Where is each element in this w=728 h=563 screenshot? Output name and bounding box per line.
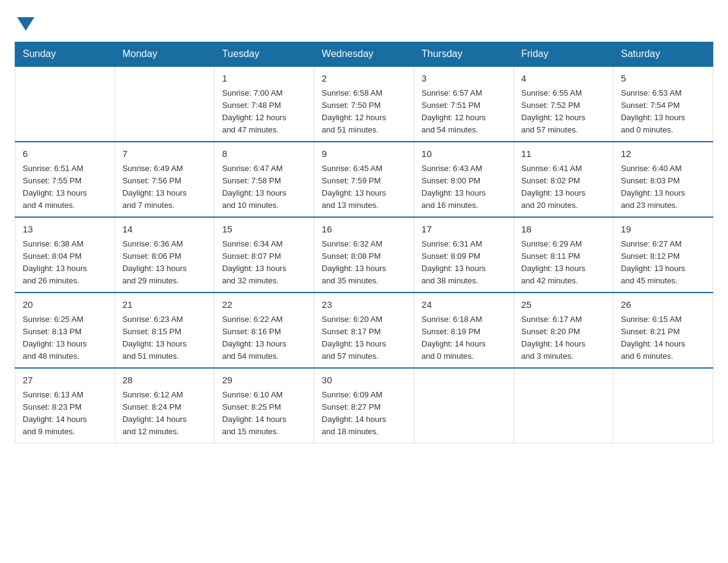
calendar-week-3: 13Sunrise: 6:38 AM Sunset: 8:04 PM Dayli… xyxy=(15,217,713,293)
calendar-cell: 27Sunrise: 6:13 AM Sunset: 8:23 PM Dayli… xyxy=(15,368,115,443)
calendar-week-2: 6Sunrise: 6:51 AM Sunset: 7:55 PM Daylig… xyxy=(15,142,713,217)
day-info: Sunrise: 6:22 AM Sunset: 8:16 PM Dayligh… xyxy=(222,313,306,363)
calendar-cell: 7Sunrise: 6:49 AM Sunset: 7:56 PM Daylig… xyxy=(115,142,214,217)
day-number: 15 xyxy=(222,223,306,237)
day-number: 10 xyxy=(422,147,506,161)
day-number: 4 xyxy=(521,72,606,86)
day-info: Sunrise: 6:43 AM Sunset: 8:00 PM Dayligh… xyxy=(422,163,506,212)
calendar-cell: 6Sunrise: 6:51 AM Sunset: 7:55 PM Daylig… xyxy=(15,142,115,217)
calendar-cell: 11Sunrise: 6:41 AM Sunset: 8:02 PM Dayli… xyxy=(514,142,613,217)
day-info: Sunrise: 6:13 AM Sunset: 8:23 PM Dayligh… xyxy=(23,389,107,439)
calendar-cell: 22Sunrise: 6:22 AM Sunset: 8:16 PM Dayli… xyxy=(214,293,314,368)
weekday-header-wednesday: Wednesday xyxy=(314,42,414,67)
day-info: Sunrise: 6:09 AM Sunset: 8:27 PM Dayligh… xyxy=(322,389,406,439)
day-info: Sunrise: 6:31 AM Sunset: 8:09 PM Dayligh… xyxy=(422,238,506,288)
day-info: Sunrise: 6:58 AM Sunset: 7:50 PM Dayligh… xyxy=(322,87,406,137)
day-number: 19 xyxy=(621,223,705,237)
day-info: Sunrise: 6:10 AM Sunset: 8:25 PM Dayligh… xyxy=(222,389,306,439)
day-info: Sunrise: 6:38 AM Sunset: 8:04 PM Dayligh… xyxy=(23,238,107,288)
calendar-cell: 5Sunrise: 6:53 AM Sunset: 7:54 PM Daylig… xyxy=(613,66,713,142)
day-number: 26 xyxy=(621,298,705,312)
day-info: Sunrise: 6:57 AM Sunset: 7:51 PM Dayligh… xyxy=(422,87,506,137)
day-number: 25 xyxy=(521,298,606,312)
calendar-week-5: 27Sunrise: 6:13 AM Sunset: 8:23 PM Dayli… xyxy=(15,368,713,443)
day-info: Sunrise: 6:12 AM Sunset: 8:24 PM Dayligh… xyxy=(123,389,207,439)
day-info: Sunrise: 6:40 AM Sunset: 8:03 PM Dayligh… xyxy=(621,163,705,212)
calendar-cell: 20Sunrise: 6:25 AM Sunset: 8:13 PM Dayli… xyxy=(15,293,115,368)
day-info: Sunrise: 6:47 AM Sunset: 7:58 PM Dayligh… xyxy=(222,163,306,212)
calendar-cell: 26Sunrise: 6:15 AM Sunset: 8:21 PM Dayli… xyxy=(613,293,713,368)
day-info: Sunrise: 7:00 AM Sunset: 7:48 PM Dayligh… xyxy=(222,87,306,137)
calendar-cell xyxy=(414,368,514,443)
calendar-cell xyxy=(613,368,713,443)
calendar-cell: 16Sunrise: 6:32 AM Sunset: 8:08 PM Dayli… xyxy=(314,217,414,293)
page-header xyxy=(15,15,713,29)
calendar-table: SundayMondayTuesdayWednesdayThursdayFrid… xyxy=(15,42,713,443)
calendar-cell: 19Sunrise: 6:27 AM Sunset: 8:12 PM Dayli… xyxy=(613,217,713,293)
calendar-cell: 28Sunrise: 6:12 AM Sunset: 8:24 PM Dayli… xyxy=(115,368,214,443)
day-number: 16 xyxy=(322,223,406,237)
day-info: Sunrise: 6:27 AM Sunset: 8:12 PM Dayligh… xyxy=(621,238,705,288)
weekday-header-tuesday: Tuesday xyxy=(214,42,314,67)
day-info: Sunrise: 6:34 AM Sunset: 8:07 PM Dayligh… xyxy=(222,238,306,288)
calendar-cell: 24Sunrise: 6:18 AM Sunset: 8:19 PM Dayli… xyxy=(414,293,514,368)
day-info: Sunrise: 6:49 AM Sunset: 7:56 PM Dayligh… xyxy=(123,163,207,212)
day-number: 6 xyxy=(23,147,107,161)
day-number: 9 xyxy=(322,147,406,161)
day-number: 7 xyxy=(123,147,207,161)
logo xyxy=(15,15,34,29)
day-number: 24 xyxy=(422,298,506,312)
day-info: Sunrise: 6:20 AM Sunset: 8:17 PM Dayligh… xyxy=(322,313,406,363)
calendar-cell: 21Sunrise: 6:23 AM Sunset: 8:15 PM Dayli… xyxy=(115,293,214,368)
day-number: 27 xyxy=(23,373,107,388)
weekday-header-monday: Monday xyxy=(115,42,214,67)
day-info: Sunrise: 6:25 AM Sunset: 8:13 PM Dayligh… xyxy=(23,313,107,363)
day-number: 11 xyxy=(521,147,606,161)
calendar-week-4: 20Sunrise: 6:25 AM Sunset: 8:13 PM Dayli… xyxy=(15,293,713,368)
day-info: Sunrise: 6:23 AM Sunset: 8:15 PM Dayligh… xyxy=(123,313,207,363)
calendar-cell: 4Sunrise: 6:55 AM Sunset: 7:52 PM Daylig… xyxy=(514,66,613,142)
calendar-cell: 23Sunrise: 6:20 AM Sunset: 8:17 PM Dayli… xyxy=(314,293,414,368)
day-number: 5 xyxy=(621,72,705,86)
calendar-cell xyxy=(15,66,115,142)
day-number: 3 xyxy=(422,72,506,86)
day-info: Sunrise: 6:29 AM Sunset: 8:11 PM Dayligh… xyxy=(521,238,606,288)
calendar-cell: 15Sunrise: 6:34 AM Sunset: 8:07 PM Dayli… xyxy=(214,217,314,293)
calendar-cell: 25Sunrise: 6:17 AM Sunset: 8:20 PM Dayli… xyxy=(514,293,613,368)
weekday-header-saturday: Saturday xyxy=(613,42,713,67)
calendar-cell: 17Sunrise: 6:31 AM Sunset: 8:09 PM Dayli… xyxy=(414,217,514,293)
calendar-cell: 9Sunrise: 6:45 AM Sunset: 7:59 PM Daylig… xyxy=(314,142,414,217)
day-number: 2 xyxy=(322,72,406,86)
day-number: 14 xyxy=(123,223,207,237)
calendar-cell: 30Sunrise: 6:09 AM Sunset: 8:27 PM Dayli… xyxy=(314,368,414,443)
day-info: Sunrise: 6:36 AM Sunset: 8:06 PM Dayligh… xyxy=(123,238,207,288)
day-number: 8 xyxy=(222,147,306,161)
day-info: Sunrise: 6:45 AM Sunset: 7:59 PM Dayligh… xyxy=(322,163,406,212)
day-number: 12 xyxy=(621,147,705,161)
calendar-cell: 29Sunrise: 6:10 AM Sunset: 8:25 PM Dayli… xyxy=(214,368,314,443)
weekday-header-sunday: Sunday xyxy=(15,42,115,67)
day-number: 1 xyxy=(222,72,306,86)
calendar-cell xyxy=(514,368,613,443)
calendar-cell: 18Sunrise: 6:29 AM Sunset: 8:11 PM Dayli… xyxy=(514,217,613,293)
calendar-cell: 13Sunrise: 6:38 AM Sunset: 8:04 PM Dayli… xyxy=(15,217,115,293)
calendar-cell: 8Sunrise: 6:47 AM Sunset: 7:58 PM Daylig… xyxy=(214,142,314,217)
calendar-week-1: 1Sunrise: 7:00 AM Sunset: 7:48 PM Daylig… xyxy=(15,66,713,142)
day-number: 29 xyxy=(222,373,306,388)
day-info: Sunrise: 6:53 AM Sunset: 7:54 PM Dayligh… xyxy=(621,87,705,137)
weekday-header-friday: Friday xyxy=(514,42,613,67)
day-info: Sunrise: 6:18 AM Sunset: 8:19 PM Dayligh… xyxy=(422,313,506,363)
calendar-cell: 14Sunrise: 6:36 AM Sunset: 8:06 PM Dayli… xyxy=(115,217,214,293)
calendar-header: SundayMondayTuesdayWednesdayThursdayFrid… xyxy=(15,42,713,67)
day-info: Sunrise: 6:55 AM Sunset: 7:52 PM Dayligh… xyxy=(521,87,606,137)
weekday-header-row: SundayMondayTuesdayWednesdayThursdayFrid… xyxy=(15,42,713,67)
weekday-header-thursday: Thursday xyxy=(414,42,514,67)
day-number: 18 xyxy=(521,223,606,237)
day-info: Sunrise: 6:32 AM Sunset: 8:08 PM Dayligh… xyxy=(322,238,406,288)
calendar-body: 1Sunrise: 7:00 AM Sunset: 7:48 PM Daylig… xyxy=(15,66,713,443)
day-number: 23 xyxy=(322,298,406,312)
calendar-cell: 2Sunrise: 6:58 AM Sunset: 7:50 PM Daylig… xyxy=(314,66,414,142)
day-info: Sunrise: 6:15 AM Sunset: 8:21 PM Dayligh… xyxy=(621,313,705,363)
day-info: Sunrise: 6:51 AM Sunset: 7:55 PM Dayligh… xyxy=(23,163,107,212)
day-info: Sunrise: 6:17 AM Sunset: 8:20 PM Dayligh… xyxy=(521,313,606,363)
